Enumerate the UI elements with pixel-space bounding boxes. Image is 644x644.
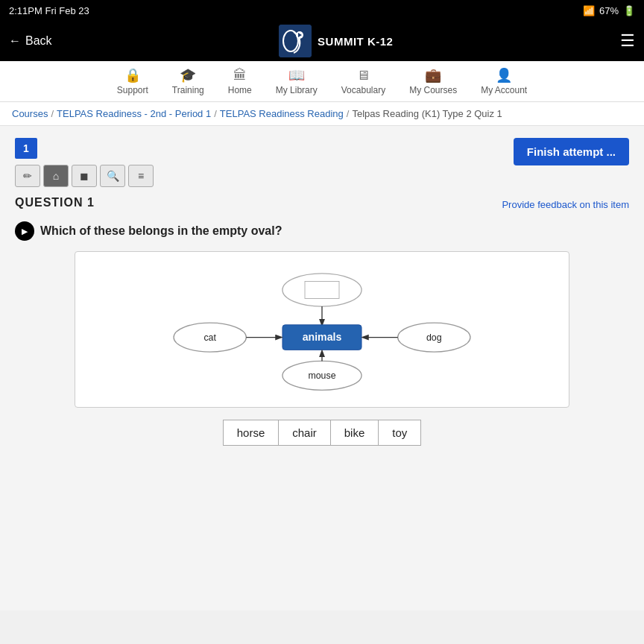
breadcrumb-current: Telpas Reading (K1) Type 2 Quiz 1	[352, 108, 502, 119]
logo-icon	[279, 25, 312, 57]
library-icon: 📖	[288, 67, 305, 83]
support-icon: 🔒	[124, 67, 141, 83]
svg-text:animals: animals	[303, 331, 342, 343]
choice-bike[interactable]: bike	[331, 420, 379, 446]
status-bar: 2:11PM Fri Feb 23 📶 67% 🔋	[0, 0, 644, 21]
nav-account-label: My Account	[481, 85, 527, 95]
answer-choices: horse chair bike toy	[75, 420, 569, 446]
courses-icon: 💼	[425, 67, 441, 83]
quiz-left: 1 ✏ ⌂ ◼ 🔍 ≡	[15, 138, 154, 187]
svg-text:cat: cat	[203, 332, 216, 343]
nav-item-my-account[interactable]: 👤 My Account	[481, 67, 527, 95]
pencil-tool[interactable]: ✏	[15, 165, 40, 187]
status-right: 📶 67% 🔋	[583, 5, 635, 16]
second-nav: 🔒 Support 🎓 Training 🏛 Home 📖 My Library…	[0, 61, 644, 102]
nav-training-label: Training	[172, 85, 204, 95]
nav-courses-label: My Courses	[409, 85, 457, 95]
battery-level: 67%	[599, 5, 619, 16]
nav-library-label: My Library	[276, 85, 318, 95]
logo-box	[279, 25, 312, 57]
feedback-link[interactable]: Provide feedback on this item	[502, 199, 629, 210]
question-text: ▶ Which of these belongs in the empty ov…	[15, 221, 629, 241]
breadcrumb-courses[interactable]: Courses	[12, 108, 48, 119]
diagram-container: animals cat dog mouse	[75, 251, 569, 408]
breadcrumb-sep-2: /	[214, 108, 217, 119]
svg-text:mouse: mouse	[308, 370, 335, 381]
vocabulary-icon: 🖥	[356, 68, 370, 83]
breadcrumb-sep-1: /	[51, 108, 54, 119]
nav-item-training[interactable]: 🎓 Training	[172, 67, 204, 95]
choice-chair[interactable]: chair	[279, 420, 331, 446]
question-body: Which of these belongs in the empty oval…	[40, 224, 282, 238]
breadcrumb: Courses / TELPAS Readiness - 2nd - Perio…	[0, 102, 644, 126]
box-tool[interactable]: ◼	[72, 165, 97, 187]
zoom-tool[interactable]: 🔍	[100, 165, 125, 187]
home-icon: 🏛	[233, 68, 247, 83]
nav-item-my-courses[interactable]: 💼 My Courses	[409, 67, 457, 95]
svg-rect-5	[305, 281, 339, 298]
back-arrow-icon: ←	[9, 34, 21, 48]
nav-vocabulary-label: Vocabulary	[341, 85, 385, 95]
breadcrumb-sep-3: /	[347, 108, 350, 119]
hamburger-button[interactable]: ☰	[620, 31, 635, 51]
wifi-icon: 📶	[583, 5, 595, 16]
nav-item-my-library[interactable]: 📖 My Library	[276, 67, 318, 95]
nav-item-vocabulary[interactable]: 🖥 Vocabulary	[341, 68, 385, 95]
lines-tool[interactable]: ≡	[128, 165, 154, 187]
play-audio-button[interactable]: ▶	[15, 221, 34, 241]
account-icon: 👤	[496, 67, 512, 83]
status-time-date: 2:11PM Fri Feb 23	[9, 5, 89, 16]
breadcrumb-period[interactable]: TELPAS Readiness - 2nd - Period 1	[57, 108, 211, 119]
nav-home-label: Home	[228, 85, 252, 95]
nav-item-home[interactable]: 🏛 Home	[228, 68, 252, 95]
battery-icon: 🔋	[623, 5, 635, 16]
question-label: QUESTION 1	[15, 196, 95, 209]
choice-toy[interactable]: toy	[379, 420, 421, 446]
logo-area: SUMMIT K-12	[279, 25, 393, 57]
training-icon: 🎓	[180, 67, 196, 83]
main-content: 1 ✏ ⌂ ◼ 🔍 ≡ Finish attempt ... QUESTION …	[0, 126, 644, 610]
top-nav: ← Back SUMMIT K-12 ☰	[0, 21, 644, 61]
choice-horse[interactable]: horse	[223, 420, 280, 446]
logo-text: SUMMIT K-12	[318, 35, 393, 48]
question-row: QUESTION 1 Provide feedback on this item	[15, 196, 629, 212]
back-button[interactable]: ← Back	[9, 34, 52, 48]
toolbar: ✏ ⌂ ◼ 🔍 ≡	[15, 165, 154, 187]
back-label: Back	[25, 34, 52, 48]
diagram-svg: animals cat dog mouse	[90, 267, 554, 392]
nav-support-label: Support	[117, 85, 148, 95]
page-number: 1	[15, 138, 37, 159]
finish-attempt-button[interactable]: Finish attempt ...	[514, 138, 629, 165]
nav-item-support[interactable]: 🔒 Support	[117, 67, 148, 95]
breadcrumb-reading[interactable]: TELPAS Readiness Reading	[220, 108, 344, 119]
quiz-header: 1 ✏ ⌂ ◼ 🔍 ≡ Finish attempt ...	[15, 138, 629, 187]
home-tool[interactable]: ⌂	[43, 165, 69, 187]
svg-text:dog: dog	[426, 332, 442, 343]
